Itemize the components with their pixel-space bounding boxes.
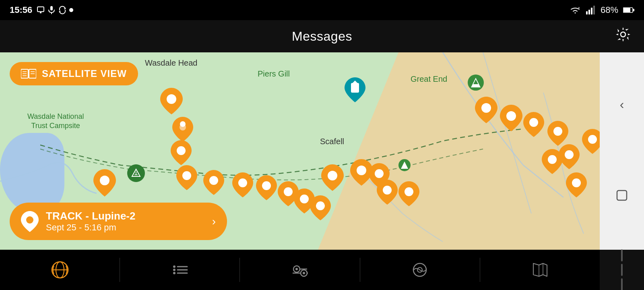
svg-point-42 <box>405 187 413 196</box>
svg-rect-10 <box>591 8 592 14</box>
location-pin-icon <box>523 112 544 137</box>
svg-point-63 <box>173 265 175 268</box>
svg-rect-9 <box>588 10 590 14</box>
track-info-bar[interactable]: TRACK - Lupine-2 Sept 25 - 5:16 pm › <box>10 203 227 240</box>
svg-point-41 <box>383 186 392 195</box>
svg-point-6 <box>69 8 73 12</box>
svg-point-31 <box>209 176 218 185</box>
filter-icon <box>291 261 309 279</box>
pin-12[interactable] <box>321 164 344 193</box>
svg-point-36 <box>300 195 309 203</box>
pin-1[interactable] <box>160 88 183 116</box>
location-pin-icon <box>232 172 253 197</box>
pin-3[interactable] <box>171 140 192 167</box>
pin-15[interactable] <box>377 180 398 206</box>
pin-2[interactable] <box>172 117 193 143</box>
svg-point-58 <box>26 216 33 224</box>
track-separator: - <box>85 210 92 222</box>
home-square-icon <box>615 189 628 202</box>
track-info-text: TRACK - Lupine-2 Sept 25 - 5:16 pm <box>46 210 205 233</box>
nav-item-map2[interactable] <box>480 250 600 290</box>
svg-text:+: + <box>578 6 580 10</box>
location-pin-icon <box>160 88 183 114</box>
location-pin-icon <box>547 121 568 146</box>
svg-point-32 <box>238 178 247 187</box>
pin-18[interactable] <box>500 105 522 133</box>
svg-point-43 <box>481 103 491 113</box>
pin-20[interactable] <box>547 121 568 147</box>
location-pin-icon <box>542 149 563 174</box>
pin-17[interactable] <box>475 97 497 125</box>
pin-19[interactable] <box>523 112 544 139</box>
pin-24[interactable] <box>582 129 600 155</box>
android-nav-panel: ‹ <box>600 52 644 250</box>
svg-point-64 <box>173 269 175 271</box>
settings-button[interactable] <box>615 27 631 46</box>
svg-rect-14 <box>633 9 634 11</box>
status-time: 15:56 <box>10 5 73 15</box>
list-icon <box>171 261 189 279</box>
svg-point-15 <box>621 32 625 37</box>
location-pin-icon <box>398 181 419 206</box>
svg-point-70 <box>295 268 298 270</box>
satellite-view-label: SATELLITE VIEW <box>42 68 127 79</box>
scafell-marker[interactable] <box>398 159 411 171</box>
nav-item-tracker[interactable] <box>360 250 480 290</box>
location-pin-icon <box>566 172 587 197</box>
map-container[interactable]: Wasdale Head Piers Gill Great End Scafel… <box>0 52 600 250</box>
status-right-icons: + 68% <box>569 5 634 15</box>
svg-marker-79 <box>533 263 547 276</box>
home-button[interactable] <box>612 186 632 205</box>
pin-23[interactable] <box>566 172 587 199</box>
location-pin-icon <box>172 117 193 142</box>
location-pin-icon <box>256 175 277 200</box>
pin-4[interactable] <box>176 165 197 192</box>
location-pin-icon <box>500 105 522 131</box>
menu-line-2 <box>621 264 623 276</box>
satellite-view-button[interactable]: SATELLITE VIEW <box>10 62 138 85</box>
gear-icon <box>615 27 631 43</box>
track-title: TRACK - Lupine-2 <box>46 210 205 222</box>
pin-8[interactable] <box>256 175 277 202</box>
pin-5[interactable] <box>203 170 224 197</box>
svg-rect-2 <box>50 6 53 10</box>
pin-16[interactable] <box>398 181 419 208</box>
nav-item-globe[interactable] <box>0 250 120 290</box>
location-pin-icon <box>582 129 600 154</box>
time-display: 15:56 <box>10 5 32 15</box>
piers-gill-poi[interactable] <box>345 77 365 102</box>
svg-point-37 <box>316 201 325 210</box>
map-fold-icon <box>21 68 36 80</box>
pin-22[interactable] <box>542 149 563 176</box>
location-pin-icon <box>310 195 331 220</box>
svg-point-38 <box>328 171 337 180</box>
pin-6[interactable] <box>232 172 253 199</box>
signal-icon <box>586 6 596 14</box>
svg-rect-59 <box>617 191 627 200</box>
tracker-icon <box>410 260 430 280</box>
pin-7[interactable] <box>93 169 116 198</box>
track-datetime: Sept 25 - 5:16 pm <box>46 222 205 233</box>
location-pin-icon <box>176 165 197 190</box>
campsite-marker[interactable] <box>127 164 145 182</box>
android-menu-panel <box>600 250 644 290</box>
svg-point-28 <box>180 121 186 127</box>
svg-point-74 <box>303 272 305 274</box>
nav-item-list[interactable] <box>120 250 239 290</box>
sync-icon <box>58 6 67 14</box>
pin-11[interactable] <box>310 195 331 222</box>
page-title: Messages <box>292 29 352 44</box>
svg-point-50 <box>588 135 597 144</box>
svg-point-35 <box>284 187 293 196</box>
svg-point-45 <box>529 118 538 127</box>
back-chevron-button[interactable]: ‹ <box>620 97 624 112</box>
svg-point-33 <box>100 176 109 185</box>
svg-point-40 <box>375 169 384 178</box>
notification-icon <box>36 6 45 14</box>
wifi-icon: + <box>569 6 581 14</box>
svg-point-49 <box>572 178 581 187</box>
notification-dot-icon <box>69 8 73 12</box>
nav-item-filter[interactable] <box>240 250 359 290</box>
great-end-mountain-marker[interactable] <box>468 75 484 91</box>
bottom-navigation <box>0 250 600 290</box>
